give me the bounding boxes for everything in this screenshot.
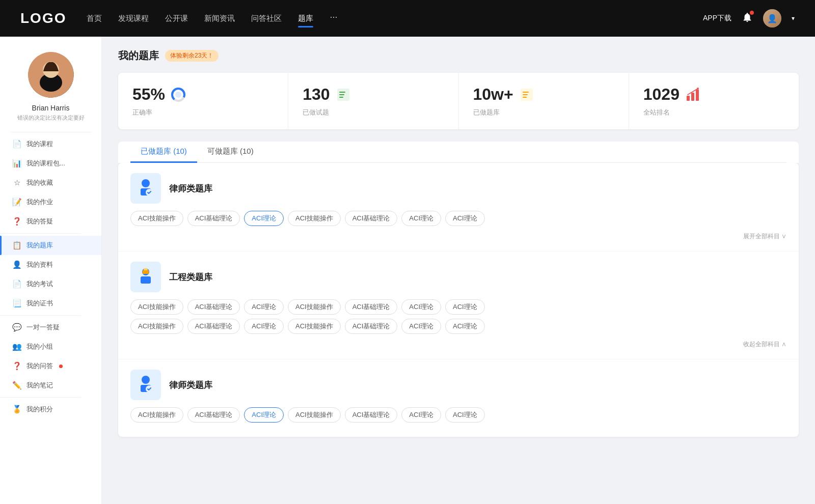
tag-3-0[interactable]: ACI技能操作 [130,407,183,423]
sidebar-item-bank-label: 我的题库 [26,241,53,250]
sidebar-motto: 错误的决定比没有决定要好 [12,114,90,122]
svg-rect-15 [691,93,694,101]
bank-collapse-2[interactable]: 收起全部科目 ∧ [130,338,786,349]
sidebar-item-one-on-one[interactable]: 💬 一对一答疑 [0,318,101,337]
bank-header-2: 工程类题库 [130,262,786,292]
tag-2-5[interactable]: ACI理论 [401,299,441,315]
sidebar-item-homework-label: 我的作业 [26,198,53,207]
nav-link-opencourse[interactable]: 公开课 [165,12,188,25]
tag-1-3[interactable]: ACI技能操作 [288,211,341,226]
tag-1-0[interactable]: ACI技能操作 [130,211,183,226]
sidebar-item-favorites[interactable]: ☆ 我的收藏 [0,173,101,192]
sidebar-item-course-package-label: 我的课程包... [26,159,65,168]
tag-1-2[interactable]: ACI理论 [244,211,284,226]
nav-link-qa[interactable]: 问答社区 [251,12,282,25]
stat-done-questions-row: 130 [303,85,444,104]
sidebar-item-group-label: 我的小组 [26,342,53,351]
tag-2b-5[interactable]: ACI理论 [401,319,441,334]
avatar[interactable]: 👤 [763,9,781,27]
sidebar-item-course-package[interactable]: 📊 我的课程包... [0,154,101,173]
qa-icon: ❓ [12,217,21,226]
stat-ranking: 1029 全站排名 [629,73,799,129]
nav-link-bank[interactable]: 题库 [298,12,313,25]
stats-bar: 55% 正确率 130 [118,73,799,129]
sidebar-item-questions[interactable]: ❓ 我的问答 [0,356,101,376]
engineer-icon [134,266,157,288]
stat-done-questions: 130 已做试题 [288,73,458,129]
tag-2-1[interactable]: ACI基础理论 [187,299,240,315]
tag-3-1[interactable]: ACI基础理论 [187,407,240,423]
svg-rect-8 [339,94,344,95]
group-icon: 👥 [12,342,21,351]
stat-ranking-row: 1029 [643,85,784,104]
main-content: 我的题库 体验剩余23天！ 55% 正确率 130 [102,37,815,504]
questions-icon: ❓ [12,361,21,371]
sidebar-item-notes[interactable]: ✏️ 我的笔记 [0,376,101,395]
sidebar-item-bank[interactable]: 📋 我的题库 [0,236,101,255]
tab-available-banks[interactable]: 可做题库 (10) [197,142,264,163]
sidebar-item-profile[interactable]: 👤 我的资料 [0,255,101,274]
tag-3-2[interactable]: ACI理论 [244,407,284,423]
sidebar-menu: 📄 我的课程 📊 我的课程包... ☆ 我的收藏 📝 我的作业 ❓ 我的答疑 � [0,134,101,419]
tag-2-4[interactable]: ACI基础理论 [345,299,398,315]
sidebar-item-group[interactable]: 👥 我的小组 [0,337,101,356]
nav-link-discover[interactable]: 发现课程 [118,12,149,25]
nav-link-news[interactable]: 新闻资讯 [204,12,235,25]
bank-expand-1[interactable]: 展开全部科目 ∨ [130,230,786,241]
points-icon: 🏅 [12,405,21,414]
svg-rect-23 [144,268,148,270]
nav-more[interactable]: ··· [330,12,337,25]
bank-section-engineer: 工程类题库 ACI技能操作 ACI基础理论 ACI理论 ACI技能操作 ACI基… [118,251,799,359]
nav-right: APP下载 👤 ▾ [703,9,795,27]
sidebar-item-homework[interactable]: 📝 我的作业 [0,192,101,212]
svg-rect-12 [523,94,528,95]
sidebar-item-exam-label: 我的考试 [26,279,53,289]
svg-point-5 [175,92,181,98]
sidebar-item-points[interactable]: 🏅 我的积分 [0,400,101,419]
tag-2-0[interactable]: ACI技能操作 [130,299,183,315]
tag-3-3[interactable]: ACI技能操作 [288,407,341,423]
svg-point-18 [142,179,150,187]
nav-caret-icon[interactable]: ▾ [792,15,795,22]
lawyer-icon [134,177,157,200]
tag-2-6[interactable]: ACI理论 [445,299,485,315]
sidebar-divider-3 [0,315,81,316]
tag-3-5[interactable]: ACI理论 [401,407,441,423]
sidebar-item-qa[interactable]: ❓ 我的答疑 [0,212,101,231]
questions-notification-dot [59,365,63,368]
bank-title-2: 工程类题库 [169,271,212,283]
nav-links: 首页 发现课程 公开课 新闻资讯 问答社区 题库 ··· [87,12,683,25]
tag-2-2[interactable]: ACI理论 [244,299,284,315]
nav-bell-button[interactable] [742,12,753,25]
nav-app-download[interactable]: APP下载 [703,14,731,23]
sidebar-item-questions-label: 我的问答 [26,361,53,371]
sidebar-item-exam[interactable]: 📄 我的考试 [0,274,101,294]
tag-3-6[interactable]: ACI理论 [445,407,485,423]
sidebar-item-course[interactable]: 📄 我的课程 [0,134,101,154]
tag-2b-2[interactable]: ACI理论 [244,319,284,334]
tag-1-6[interactable]: ACI理论 [445,211,485,226]
tag-2-3[interactable]: ACI技能操作 [288,299,341,315]
tag-2b-1[interactable]: ACI基础理论 [187,319,240,334]
tag-2b-4[interactable]: ACI基础理论 [345,319,398,334]
certificate-icon: 📃 [12,299,21,308]
bank-icon: 📋 [12,241,21,250]
stat-accuracy-label: 正确率 [132,108,274,117]
tab-done-banks[interactable]: 已做题库 (10) [130,142,197,163]
tag-2b-3[interactable]: ACI技能操作 [288,319,341,334]
tag-3-4[interactable]: ACI基础理论 [345,407,398,423]
course-icon: 📄 [12,139,21,149]
bank-title-1: 律师类题库 [169,183,212,194]
bank-header-1: 律师类题库 [130,173,786,204]
tag-2b-6[interactable]: ACI理论 [445,319,485,334]
tag-2b-0[interactable]: ACI技能操作 [130,319,183,334]
tag-1-4[interactable]: ACI基础理论 [345,211,398,226]
sidebar-item-certificate[interactable]: 📃 我的证书 [0,294,101,313]
tag-1-1[interactable]: ACI基础理论 [187,211,240,226]
bank-tags-row-3: ACI技能操作 ACI基础理论 ACI理论 ACI技能操作 ACI基础理论 AC… [130,407,786,423]
nav-link-home[interactable]: 首页 [87,12,102,25]
svg-point-17 [697,88,699,90]
tag-1-5[interactable]: ACI理论 [401,211,441,226]
sidebar-item-qa-label: 我的答疑 [26,217,53,226]
bar-red-icon [685,87,701,103]
